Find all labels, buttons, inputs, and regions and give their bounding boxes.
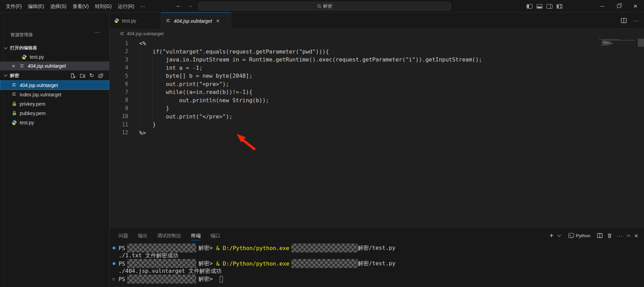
terminal-text: ./1.txt 文件解密成功	[119, 252, 178, 259]
terminal-instance-python[interactable]: >_ Python	[568, 233, 590, 238]
terminal-prompt-line: PS 解密>	[110, 275, 644, 283]
split-editor-icon[interactable]	[621, 18, 627, 23]
redacted-path	[291, 243, 358, 252]
collapse-folders-icon[interactable]	[98, 73, 104, 78]
redacted-path	[127, 259, 196, 268]
terminal-output-line: ./1.txt 文件解密成功	[110, 252, 644, 260]
code-line: 4 int a = -1;	[110, 64, 482, 72]
terminal-command-line: PS 解密> & D:/Python/python.exe 解密/test.py	[110, 244, 644, 252]
toggle-secondary-sidebar-icon[interactable]	[547, 4, 552, 9]
terminal-command: D:/Python/python.exe	[223, 260, 290, 267]
panel-tab-terminal[interactable]: 终端	[191, 228, 201, 243]
terminal-cursor	[220, 276, 223, 283]
panel-tab-output[interactable]: 输出	[138, 228, 148, 243]
python-icon	[11, 120, 17, 125]
editor-actions: ···	[621, 12, 639, 29]
redacted-path	[127, 275, 196, 284]
tree-item-privkey[interactable]: privkey.pem	[0, 99, 109, 108]
code-line: 2 if("vulntarget".equals(request.getPara…	[110, 48, 482, 56]
chevron-down-icon	[4, 46, 8, 49]
terminal-output-line: ./404.jsp.vulntarget 文件解密成功	[110, 268, 644, 276]
code-editor[interactable]: 1<% 2 if("vulntarget".equals(request.get…	[110, 39, 644, 227]
red-arrow-annotation	[220, 128, 258, 155]
file-name: 404.jsp.vulntarget	[28, 63, 66, 69]
terminal-operator: &	[216, 245, 223, 251]
file-name: index.jsp.vulntarget	[20, 92, 61, 97]
menu-goto[interactable]: 转到(G)	[92, 2, 115, 11]
code-line: 10 out.print("</pre>");	[110, 113, 482, 121]
open-editor-item-testpy[interactable]: test.py	[0, 52, 109, 61]
forward-arrow-icon[interactable]: →	[186, 2, 194, 9]
minimap-slider[interactable]	[638, 39, 644, 47]
refresh-icon[interactable]: ↻	[89, 72, 94, 79]
explorer-more-icon[interactable]: ···	[94, 29, 100, 35]
terminal-command: D:/Python/python.exe	[223, 245, 290, 251]
panel-tab-ports[interactable]: 端口	[210, 228, 220, 243]
menu-select[interactable]: 选择(S)	[47, 2, 70, 11]
file-name: test.py	[30, 54, 44, 60]
minimap[interactable]	[599, 39, 636, 47]
bottom-panel: 问题 输出 调试控制台 终端 端口 + >_ Python ··· × PS 解…	[110, 227, 644, 287]
terminal-instance-label: Python	[576, 233, 590, 238]
breadcrumb-filename: 404.jsp.vulntarget	[127, 31, 164, 36]
tab-404jsp[interactable]: 404.jsp.vulntarget ×	[161, 12, 231, 29]
terminal-text: 解密>	[198, 276, 216, 283]
tab-testpy[interactable]: test.py	[110, 12, 161, 29]
close-window-button[interactable]: ×	[630, 0, 641, 12]
code-line: 8 out.println(new String(b));	[110, 96, 482, 105]
lock-icon	[12, 111, 17, 116]
terminal-text: PS	[119, 276, 125, 283]
explorer-sidebar: 资源管理器 ··· 打开的编辑器 test.py × 404.jsp.vulnt…	[0, 12, 110, 287]
close-tab-icon[interactable]: ×	[216, 18, 220, 24]
folder-section-header[interactable]: 解密 ↻	[0, 71, 109, 80]
breadcrumb[interactable]: 404.jsp.vulntarget	[110, 29, 644, 39]
menu-view[interactable]: 查看(V)	[69, 2, 92, 11]
command-center-search[interactable]: 解密	[198, 2, 451, 10]
tree-item-404jsp[interactable]: 404.jsp.vulntarget	[0, 80, 109, 90]
open-editor-item-404jsp[interactable]: × 404.jsp.vulntarget	[0, 61, 109, 70]
menu-file[interactable]: 文件(F)	[3, 2, 25, 11]
kill-terminal-trash-icon[interactable]	[607, 233, 612, 238]
menu-more-icon[interactable]: ···	[138, 2, 149, 11]
pending-command-dot	[112, 278, 115, 280]
new-folder-icon[interactable]	[80, 73, 85, 78]
terminal-argument: 解密/test.py	[358, 260, 395, 267]
code-line: 12%>	[110, 129, 482, 137]
customize-layout-icon[interactable]	[557, 4, 562, 9]
panel-tab-problems[interactable]: 问题	[119, 228, 128, 243]
terminal-output[interactable]: PS 解密> & D:/Python/python.exe 解密/test.py…	[110, 244, 644, 287]
terminal-text: 解密>	[198, 245, 216, 252]
tab-label: 404.jsp.vulntarget	[174, 18, 212, 24]
menu-run[interactable]: 运行(R)	[115, 2, 137, 11]
new-file-icon[interactable]	[70, 73, 76, 78]
back-arrow-icon[interactable]: ←	[174, 2, 183, 9]
restore-button[interactable]	[614, 0, 624, 12]
new-terminal-icon[interactable]: +	[549, 232, 553, 240]
minimize-button[interactable]	[597, 0, 607, 12]
open-editors-header[interactable]: 打开的编辑器	[0, 44, 109, 52]
file-icon	[166, 18, 171, 23]
terminal-text: PS	[119, 245, 125, 251]
file-name: test.py	[20, 120, 34, 125]
python-icon	[21, 54, 27, 60]
redacted-path	[127, 243, 196, 252]
toggle-panel-icon[interactable]	[537, 4, 542, 9]
tree-item-pubkey[interactable]: pubkey.pem	[0, 108, 109, 118]
panel-tab-debug-console[interactable]: 调试控制台	[157, 228, 181, 243]
close-panel-icon[interactable]: ×	[634, 232, 638, 239]
terminal-dropdown-icon[interactable]	[557, 233, 561, 237]
tree-item-testpy[interactable]: test.py	[0, 118, 109, 127]
panel-more-icon[interactable]: ···	[617, 233, 623, 239]
file-icon	[12, 92, 17, 97]
toggle-sidebar-icon[interactable]	[527, 4, 532, 9]
tree-item-indexjsp[interactable]: index.jsp.vulntarget	[0, 90, 109, 99]
file-name: pubkey.pem	[20, 111, 46, 116]
close-editor-icon[interactable]: ×	[12, 63, 15, 69]
menu-edit[interactable]: 编辑(E)	[25, 2, 47, 11]
maximize-panel-icon[interactable]	[627, 235, 630, 238]
split-terminal-icon[interactable]	[597, 233, 603, 238]
command-decoration-dot[interactable]	[113, 262, 115, 265]
command-decoration-dot[interactable]	[113, 247, 115, 249]
editor-more-icon[interactable]: ···	[633, 18, 639, 23]
file-name: 404.jsp.vulntarget	[20, 83, 58, 88]
